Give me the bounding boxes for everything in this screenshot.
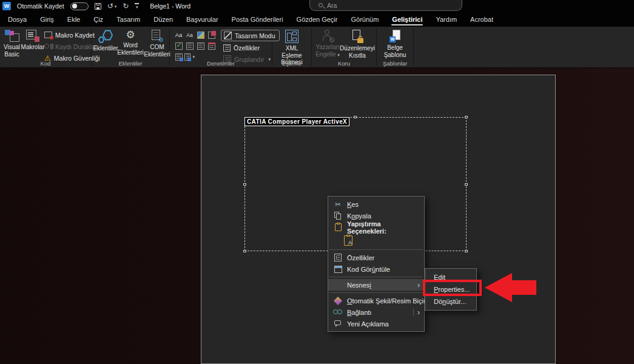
menu-item-baglanti[interactable]: Bağlantı › bbox=[328, 306, 424, 318]
record-macro-icon bbox=[44, 32, 52, 38]
word-add-ins-gear-icon: ⚙ bbox=[126, 30, 135, 40]
new-comment-icon bbox=[332, 320, 344, 328]
redo-button[interactable]: ↻ bbox=[123, 2, 129, 10]
tab-duzen[interactable]: Düzen bbox=[147, 12, 180, 27]
menu-item-split-divider bbox=[413, 308, 414, 316]
tab-acrobat[interactable]: Acrobat bbox=[464, 12, 500, 27]
word-eklentileri-button[interactable]: ⚙ Word Eklentileri bbox=[117, 29, 144, 57]
quick-access-more-button[interactable]: ▾ bbox=[135, 3, 139, 9]
resize-handle-left[interactable] bbox=[243, 183, 246, 186]
group-separator bbox=[413, 28, 414, 66]
ribbon: Visual Basic Makrolar Makro Kaydet Kaydı… bbox=[0, 27, 634, 68]
search-box[interactable]: Ara bbox=[309, 0, 462, 11]
tab-gelistirici[interactable]: Geliştirici bbox=[385, 12, 429, 27]
view-code-icon bbox=[332, 266, 344, 273]
ribbon-group-eklentiler: Eklentiler ⚙ Word Eklentileri ⚙ COM Ekle… bbox=[92, 27, 169, 67]
plain-text-control-button[interactable]: Aa bbox=[184, 30, 195, 40]
group-label-eklentiler: Eklentiler bbox=[92, 60, 169, 67]
menu-separator bbox=[329, 249, 423, 250]
menu-item-nesnesi[interactable]: Nesnesi › bbox=[328, 279, 424, 291]
group-label-koru: Koru bbox=[312, 60, 376, 67]
design-mode-icon bbox=[224, 32, 232, 39]
save-button[interactable] bbox=[95, 3, 101, 10]
duzenlemeyi-kisitla-button[interactable]: Düzenlemeyi Kısıtla bbox=[341, 29, 374, 60]
tab-ciz[interactable]: Çiz bbox=[87, 12, 110, 27]
visual-basic-button[interactable]: Visual Basic bbox=[2, 29, 21, 59]
menu-separator bbox=[329, 292, 423, 293]
submenu-arrow-icon: › bbox=[417, 281, 420, 289]
add-ins-icon bbox=[98, 30, 113, 43]
word-window: W Otomatik Kaydet ↺▾ ↻ ▾ Belge1 - Word A… bbox=[0, 0, 634, 364]
picture-control-button[interactable] bbox=[195, 30, 206, 40]
dropdown-list-control-button[interactable] bbox=[195, 41, 206, 51]
rich-text-control-button[interactable]: Aa bbox=[174, 30, 184, 40]
checkbox-control-button[interactable]: ✓ bbox=[174, 41, 184, 51]
paste-keep-source-formatting-button[interactable]: A bbox=[344, 235, 352, 246]
group-label-denetimler: Denetimler bbox=[170, 60, 272, 67]
annotation-highlight-rectangle bbox=[423, 280, 482, 296]
content-controls-grid: Aa Aa ✓ ▾ bbox=[172, 29, 218, 62]
tab-dosya[interactable]: Dosya bbox=[1, 12, 33, 27]
link-icon bbox=[332, 309, 344, 315]
menu-item-kod-goruntule[interactable]: Kod Görüntüle bbox=[328, 263, 424, 275]
activex-control-label[interactable]: CATIA Composer Player ActiveX bbox=[244, 117, 349, 126]
active-tab-underline bbox=[391, 24, 423, 25]
ribbon-group-esleme: XML Eşleme Bölmesi Eşleme bbox=[272, 27, 311, 67]
yazarlari-engelle-button: Yazarları Engelle ▾ bbox=[314, 29, 341, 59]
title-bar: W Otomatik Kaydet ↺▾ ↻ ▾ Belge1 - Word A… bbox=[0, 0, 634, 12]
document-title: Belge1 - Word bbox=[150, 2, 191, 10]
group-label-sablonlar: Şablonlar bbox=[377, 60, 413, 67]
autosave-toggle[interactable] bbox=[70, 2, 89, 10]
resize-handle-top[interactable] bbox=[354, 116, 357, 118]
building-block-control-button[interactable] bbox=[206, 30, 217, 40]
ribbon-group-sablonlar: W Belge Şablonu Şablonlar bbox=[377, 27, 413, 67]
tab-gorunum[interactable]: Görünüm bbox=[344, 12, 385, 27]
tab-giris[interactable]: Giriş bbox=[33, 12, 61, 27]
com-eklentileri-button[interactable]: ⚙ COM Eklentileri bbox=[144, 29, 170, 59]
resize-handle-right[interactable] bbox=[465, 183, 468, 186]
resize-handle-bottom-left[interactable] bbox=[243, 250, 246, 252]
pause-recording-icon bbox=[44, 43, 52, 50]
menu-item-ozellikler[interactable]: Özellikler bbox=[328, 252, 424, 263]
submenu-arrow-icon: › bbox=[417, 309, 420, 316]
ribbon-tab-bar: Dosya Giriş Ekle Çiz Tasarım Düzen Başvu… bbox=[0, 12, 634, 27]
menu-item-otomatik-sekil-resim-bicimlendir[interactable]: Otomatik Şekil/Resim Biçimlendir bbox=[328, 295, 424, 306]
properties-icon bbox=[223, 44, 231, 52]
context-menu: ✂ Kes Kopyala Yapıştırma Seçenekleri: A … bbox=[328, 196, 425, 332]
document-canvas: CATIA Composer Player ActiveX ✂ Kes Kopy… bbox=[0, 68, 634, 364]
belge-sablonu-button[interactable]: W Belge Şablonu bbox=[379, 29, 411, 59]
toggle-knob bbox=[72, 4, 77, 8]
tab-gozden-gecir[interactable]: Gözden Geçir bbox=[290, 12, 345, 27]
resize-handle-top-right[interactable] bbox=[465, 116, 468, 118]
tab-basvurular[interactable]: Başvurular bbox=[180, 12, 225, 27]
date-picker-control-button[interactable] bbox=[206, 41, 217, 51]
undo-dropdown-icon[interactable]: ▾ bbox=[115, 4, 117, 8]
tab-tasarim[interactable]: Tasarım bbox=[110, 12, 147, 27]
makrolar-button[interactable]: Makrolar bbox=[21, 29, 44, 52]
annotation-arrow-icon bbox=[485, 273, 512, 302]
menu-item-kes[interactable]: ✂ Kes bbox=[328, 198, 424, 210]
combo-box-control-button[interactable] bbox=[184, 41, 195, 51]
submenu-item-donustur[interactable]: Dönüştür... bbox=[425, 295, 476, 308]
tab-ekle[interactable]: Ekle bbox=[61, 12, 87, 27]
tab-posta-gonderileri[interactable]: Posta Gönderileri bbox=[225, 12, 290, 27]
undo-button[interactable]: ↺▾ bbox=[107, 2, 117, 10]
paste-icon bbox=[332, 223, 344, 231]
menu-item-yeni-aciklama[interactable]: Yeni Açıklama bbox=[328, 318, 424, 329]
tasarim-modu-button[interactable]: Tasarım Modu bbox=[221, 30, 280, 41]
paste-option-row: A bbox=[328, 233, 424, 248]
format-shape-icon bbox=[332, 297, 344, 305]
properties-list-icon bbox=[332, 254, 344, 261]
copy-icon bbox=[332, 212, 344, 220]
resize-handle-bottom-right[interactable] bbox=[465, 250, 468, 252]
com-add-ins-icon: ⚙ bbox=[152, 30, 163, 42]
eklentiler-button[interactable]: Eklentiler bbox=[94, 29, 117, 53]
group-label-kod: Kod bbox=[0, 60, 91, 67]
restrict-editing-icon bbox=[351, 30, 363, 43]
tab-yardim[interactable]: Yardım bbox=[429, 12, 464, 27]
ribbon-group-koru: Yazarları Engelle ▾ Düzenlemeyi Kısıtla … bbox=[312, 27, 376, 67]
menu-item-yapistirma-secenekleri: Yapıştırma Seçenekleri: bbox=[328, 221, 424, 233]
ribbon-group-denetimler: Aa Aa ✓ ▾ Tasarım Modu Özellikler bbox=[170, 27, 272, 67]
ozellikler-ribbon-button[interactable]: Özellikler bbox=[221, 42, 280, 53]
macros-icon bbox=[26, 30, 39, 42]
